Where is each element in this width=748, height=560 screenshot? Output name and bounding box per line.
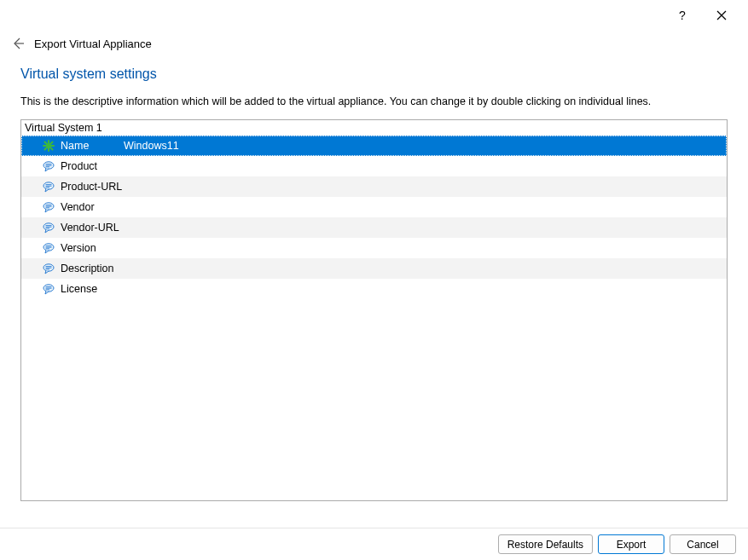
text-icon	[42, 262, 55, 275]
properties-table[interactable]: Virtual System 1 NameWindows11ProductPro…	[20, 119, 728, 501]
restore-defaults-button[interactable]: Restore Defaults	[498, 534, 593, 554]
property-row[interactable]: Vendor	[21, 197, 727, 217]
property-label: Product	[61, 160, 124, 172]
close-button[interactable]	[702, 2, 741, 29]
back-button[interactable]	[10, 36, 26, 51]
text-icon	[42, 180, 55, 193]
text-icon	[42, 221, 55, 234]
name-icon	[42, 139, 55, 153]
titlebar: ?	[0, 0, 748, 31]
property-row[interactable]: License	[21, 279, 727, 299]
property-row[interactable]: Vendor-URL	[21, 217, 727, 238]
property-row[interactable]: Product	[21, 156, 727, 176]
property-label: Name	[61, 140, 124, 152]
property-label: Description	[61, 263, 124, 274]
section-heading: Virtual system settings	[20, 66, 728, 82]
close-icon	[716, 10, 727, 20]
section-description: This is the descriptive information whic…	[20, 95, 728, 107]
group-header[interactable]: Virtual System 1	[21, 120, 727, 136]
content-area: Virtual system settings This is the desc…	[0, 66, 748, 501]
text-icon	[42, 159, 55, 173]
property-label: Product-URL	[61, 181, 124, 193]
property-row[interactable]: Product-URL	[21, 176, 727, 197]
text-icon	[42, 241, 55, 255]
property-row[interactable]: NameWindows11	[21, 136, 727, 156]
export-button[interactable]: Export	[598, 534, 664, 554]
property-label: Version	[61, 242, 124, 254]
arrow-left-icon	[11, 37, 25, 50]
text-icon	[42, 200, 55, 214]
help-button[interactable]: ?	[663, 2, 702, 29]
page-title: Export Virtual Appliance	[34, 38, 152, 50]
property-label: License	[61, 283, 124, 295]
property-value: Windows11	[124, 140, 727, 152]
wizard-header: Export Virtual Appliance	[0, 31, 748, 66]
property-row[interactable]: Description	[21, 258, 727, 279]
property-label: Vendor-URL	[61, 222, 124, 234]
property-row[interactable]: Version	[21, 238, 727, 258]
text-icon	[42, 282, 55, 296]
button-bar: Restore Defaults Export Cancel	[0, 528, 748, 560]
property-label: Vendor	[61, 201, 124, 213]
cancel-button[interactable]: Cancel	[670, 534, 736, 554]
